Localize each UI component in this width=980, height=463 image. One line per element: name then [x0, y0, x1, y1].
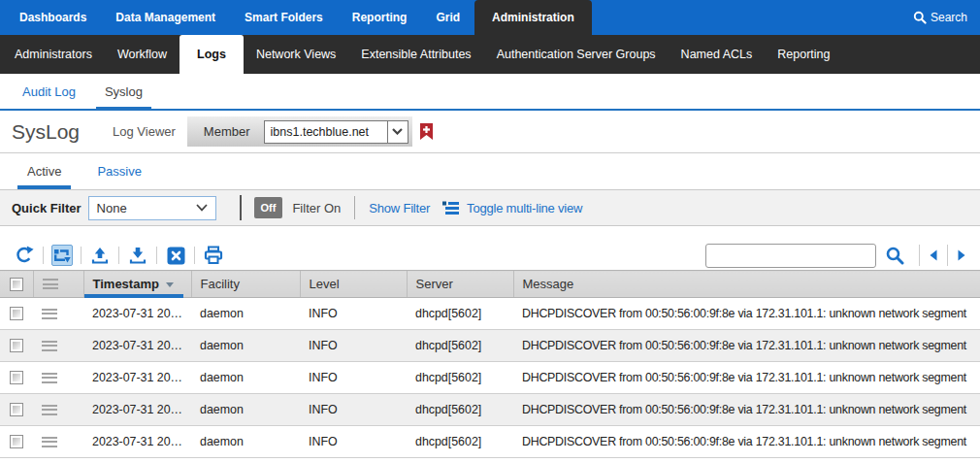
member-label: Member [204, 124, 250, 139]
row-menu-icon[interactable] [43, 277, 58, 292]
table-row[interactable]: 2023-07-31 20… daemon INFO dhcpd[5602] D… [0, 362, 980, 394]
table-row[interactable]: 2023-07-31 20… daemon INFO dhcpd[5602] D… [0, 298, 980, 330]
log-tabs: Audit Log Syslog [0, 74, 980, 111]
column-header-level[interactable]: Level [300, 271, 407, 298]
cell-level: INFO [300, 394, 407, 426]
topnav-item[interactable]: Smart Folders [230, 0, 338, 35]
divider [947, 245, 948, 266]
refresh-button[interactable] [14, 245, 35, 266]
select-all-checkbox[interactable] [10, 278, 23, 291]
bookmark-plus-icon [420, 123, 433, 140]
member-selector-group: Member ibns1.techblue.net [187, 116, 412, 147]
clear-x-icon [167, 247, 185, 265]
column-header-timestamp[interactable]: Timestamp [83, 271, 191, 298]
cell-server: dhcpd[5602] [407, 394, 513, 426]
log-tab[interactable]: Syslog [105, 74, 143, 109]
quick-filter-label: Quick Filter [12, 201, 82, 215]
print-button[interactable] [203, 245, 224, 266]
row-menu-icon[interactable] [42, 306, 57, 321]
row-menu-icon[interactable] [42, 402, 57, 417]
column-header-facility[interactable]: Facility [191, 271, 300, 298]
sort-desc-icon [166, 282, 174, 287]
prev-page-button[interactable] [927, 245, 940, 266]
subnav-item[interactable]: Network Views [244, 35, 348, 74]
topnav-item[interactable]: Grid [421, 0, 474, 35]
column-header-message[interactable]: Message [513, 271, 980, 298]
table-row[interactable]: 2023-07-31 20… daemon INFO dhcpd[5602] D… [0, 426, 980, 458]
row-checkbox[interactable] [10, 435, 23, 448]
search-label: Search [931, 11, 967, 24]
page: Dashboards Data Management Smart Folders… [0, 0, 980, 463]
quick-filter-select[interactable]: None [88, 196, 216, 220]
view-tab[interactable]: Active [27, 153, 61, 189]
log-tab[interactable]: Audit Log [22, 74, 76, 109]
divider [240, 195, 242, 220]
subnav-item[interactable]: Extensible Attributes [348, 35, 483, 74]
download-icon [128, 246, 147, 265]
cell-message: DHCPDISCOVER from 00:50:56:00:9f:8e via … [513, 330, 980, 362]
row-menu-icon[interactable] [42, 338, 57, 353]
next-page-button[interactable] [955, 245, 968, 266]
row-checkbox[interactable] [10, 403, 23, 416]
divider [118, 247, 119, 264]
cell-facility: daemon [191, 330, 300, 362]
topnav-item[interactable]: Dashboards [5, 0, 101, 35]
row-checkbox[interactable] [10, 307, 23, 320]
cell-facility: daemon [191, 362, 300, 394]
member-dropdown-button[interactable] [387, 121, 408, 143]
topnav-item[interactable]: Administration [474, 0, 592, 35]
table-search-input[interactable] [705, 244, 876, 268]
topnav-item[interactable]: Reporting [338, 0, 422, 35]
show-filter-link[interactable]: Show Filter [369, 201, 430, 215]
cell-timestamp: 2023-07-31 20… [83, 394, 191, 426]
cell-timestamp: 2023-07-31 20… [83, 362, 191, 394]
cell-level: INFO [300, 362, 407, 394]
topnav-item[interactable]: Data Management [101, 0, 230, 35]
download-button[interactable] [127, 245, 148, 266]
cell-message: DHCPDISCOVER from 00:50:56:00:9f:8e via … [513, 394, 980, 426]
next-arrow-icon [956, 248, 967, 262]
cell-facility: daemon [191, 426, 300, 458]
clear-button[interactable] [165, 245, 186, 266]
subnav-item[interactable]: Logs [180, 35, 244, 74]
divider [919, 245, 920, 266]
subnav-item[interactable]: Authentication Server Groups [484, 35, 669, 74]
search-icon [913, 11, 927, 24]
subnav-item[interactable]: Administrators [2, 35, 105, 74]
column-header-server[interactable]: Server [407, 271, 513, 298]
cell-server: dhcpd[5602] [407, 298, 513, 330]
upload-button[interactable] [89, 245, 111, 266]
cell-timestamp: 2023-07-31 20… [83, 426, 191, 458]
member-value[interactable]: ibns1.techblue.net [265, 121, 387, 143]
upload-icon [90, 246, 110, 265]
add-bookmark-button[interactable] [420, 123, 433, 140]
subnav-item[interactable]: Named ACLs [669, 35, 766, 74]
subnav-item[interactable]: Reporting [765, 35, 842, 74]
cell-level: INFO [300, 426, 407, 458]
chevron-down-icon [392, 128, 403, 135]
global-search[interactable]: Search [913, 0, 980, 35]
multi-line-view-icon [442, 201, 459, 215]
cell-level: INFO [300, 298, 407, 330]
quick-filter-value: None [97, 201, 127, 215]
filter-off-toggle[interactable]: Off [254, 197, 283, 218]
row-checkbox[interactable] [10, 371, 23, 384]
row-menu-icon[interactable] [42, 434, 57, 449]
table-row[interactable]: 2023-07-31 20… daemon INFO dhcpd[5602] D… [0, 330, 980, 362]
cell-server: dhcpd[5602] [407, 330, 513, 362]
table-search-button[interactable] [886, 247, 904, 265]
refresh-icon [15, 246, 34, 265]
cell-server: dhcpd[5602] [407, 362, 513, 394]
table-row[interactable]: 2023-07-31 20… daemon INFO dhcpd[5602] D… [0, 394, 980, 426]
view-tab[interactable]: Passive [97, 153, 142, 189]
follow-toggle-button[interactable] [51, 245, 73, 266]
member-combobox[interactable]: ibns1.techblue.net [264, 120, 408, 144]
divider [194, 247, 195, 264]
print-icon [204, 246, 223, 265]
row-checkbox[interactable] [10, 339, 23, 352]
divider [81, 247, 82, 264]
subnav-item[interactable]: Workflow [105, 35, 180, 74]
toggle-multiline-link[interactable]: Toggle multi-line view [467, 201, 582, 215]
cell-facility: daemon [191, 298, 300, 330]
row-menu-icon[interactable] [42, 370, 57, 385]
